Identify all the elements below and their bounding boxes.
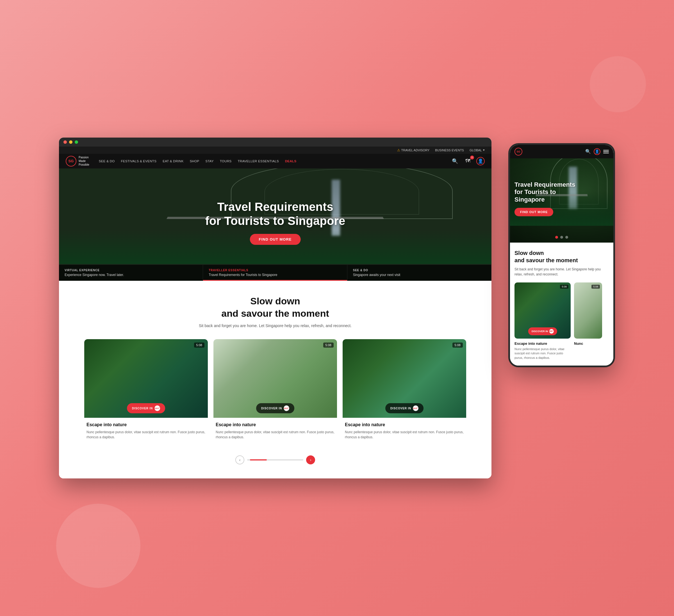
card-3-360-badge: 360° [413,405,419,411]
card-1-360-badge: 360° [154,405,160,411]
mobile-cards: 5:08 DISCOVER IN 360° Escape into nature… [515,282,609,360]
mobile-nav: SG 🔍 👤 [510,145,613,158]
mobile-section-subtitle: Sit back and forget you are home. Let Si… [515,267,609,277]
hero-tab-traveller[interactable]: TRAVELLER ESSENTIALS Travel Requirements… [203,265,347,281]
card-3-discover-button[interactable]: DISCOVER IN 360° [385,403,424,413]
card-2-desc: Nunc pellentesque purus dolor, vitae sus… [216,429,335,440]
logo-area[interactable]: SG PassionMadePossible [66,155,89,166]
pagination: ‹ › [66,453,485,467]
travel-advisory-link[interactable]: ⚠ TRAVEL ADVISORY [397,148,430,152]
mobile-card-1-timer: 5:08 [560,285,568,289]
section-subtitle: Sit back and forget you are home. Let Si… [66,324,485,328]
search-icon[interactable]: 🔍 [450,157,459,166]
browser-dot-maximize[interactable] [75,140,78,144]
section-title: Slow down and savour the moment [66,295,485,320]
mobile-menu-icon[interactable] [603,150,609,153]
hero-tab-virtual[interactable]: VIRTUAL EXPERIENCE Experience Singapore … [59,265,203,281]
hero-cta-button[interactable]: FIND OUT MORE [250,234,301,245]
hero-title: Travel Requirements for Tourists to Sing… [205,200,345,228]
nav-item-festivals[interactable]: FESTIVALS & EVENTS [118,154,159,168]
hero-tab-see-do-desc: Singapore awaits your next visit [353,273,485,277]
mobile-dot-1[interactable] [555,236,558,239]
pagination-track [247,459,303,461]
pagination-next-button[interactable]: › [306,456,315,464]
card-3-image: 5:08 DISCOVER IN 360° [343,339,466,418]
mobile-card-2-title: Nunc [574,341,602,346]
hero-tab-see-do[interactable]: SEE & DO Singapore awaits your next visi… [347,265,491,281]
nav-item-see-do[interactable]: SEE & DO [96,154,118,168]
mobile-section-title: Slow down and savour the moment [515,249,609,264]
business-events-link[interactable]: BUSINESS EVENTS [435,148,464,152]
mobile-card-1-image: 5:08 DISCOVER IN 360° [515,282,571,339]
mobile-dots [555,236,568,239]
mobile-card-1-discover-button[interactable]: DISCOVER IN 360° [528,327,557,335]
nav-item-deals[interactable]: DEALS [282,154,299,168]
cards-grid: 5:08 DISCOVER IN 360° Escape into nature… [66,339,485,444]
mobile-card-2[interactable]: 5:08 Nunc [574,282,602,360]
mobile-dot-3[interactable] [565,236,568,239]
mobile-hero-content: Travel Requirements for Tourists to Sing… [515,181,575,216]
card-2[interactable]: 5:08 DISCOVER IN 360° Escape into nature… [213,339,337,444]
user-icon-button[interactable]: 👤 [476,157,485,165]
card-2-info: Escape into nature Nunc pellentesque pur… [213,418,337,444]
mobile-hero-cta-button[interactable]: FIND OUT MORE [515,208,553,216]
mobile-search-icon[interactable]: 🔍 [585,149,591,154]
content-section: Slow down and savour the moment Sit back… [59,281,491,478]
warning-icon: ⚠ [397,148,400,152]
nav-item-eat-drink[interactable]: EAT & DRINK [160,154,186,168]
card-3[interactable]: 5:08 DISCOVER IN 360° Escape into nature… [343,339,466,444]
card-1-timer: 5:08 [194,343,205,348]
mobile-dot-2[interactable] [560,236,563,239]
hero-tab-virtual-desc: Experience Singapore now. Travel later. [65,273,197,277]
browser-dot-minimize[interactable] [69,140,73,144]
hero-tab-traveller-label: TRAVELLER ESSENTIALS [209,269,341,272]
mobile-card-1[interactable]: 5:08 DISCOVER IN 360° Escape into nature… [515,282,571,360]
nav-items: SEE & DO FESTIVALS & EVENTS EAT & DRINK … [96,154,450,168]
browser-chrome [59,138,491,146]
utility-bar: ⚠ TRAVEL ADVISORY BUSINESS EVENTS GLOBAL… [59,146,491,154]
mobile-card-1-title: Escape into nature [515,341,571,346]
map-icon-wrapper[interactable]: 🗺 0 [463,157,472,166]
nav-icons: 🔍 🗺 0 👤 [450,157,485,166]
desktop-browser: ⚠ TRAVEL ADVISORY BUSINESS EVENTS GLOBAL… [59,138,491,478]
card-2-discover-button[interactable]: DISCOVER IN 360° [256,403,294,413]
mobile-hero: Travel Requirements for Tourists to Sing… [510,158,613,243]
card-1-title: Escape into nature [87,422,206,427]
nav-item-stay[interactable]: STAY [203,154,217,168]
card-1[interactable]: 5:08 DISCOVER IN 360° Escape into nature… [84,339,208,444]
mobile-nav-icons: 🔍 👤 [585,148,609,155]
pagination-fill [250,459,267,461]
card-1-info: Escape into nature Nunc pellentesque pur… [84,418,208,444]
hero-content: Travel Requirements for Tourists to Sing… [205,200,345,245]
card-1-image: 5:08 DISCOVER IN 360° [84,339,208,418]
map-icon: 🗺 [465,158,470,164]
hero-tab-see-do-label: SEE & DO [353,269,485,272]
card-2-image: 5:08 DISCOVER IN 360° [213,339,337,418]
card-1-discover-button[interactable]: DISCOVER IN 360° [127,403,165,413]
browser-dot-close[interactable] [64,140,67,144]
global-link[interactable]: GLOBAL ▾ [469,148,485,152]
nav-item-traveller-essentials[interactable]: TRAVELLER ESSENTIALS [235,154,282,168]
nav-item-tours[interactable]: TOURS [217,154,234,168]
mobile-hero-title: Travel Requirements for Tourists to Sing… [515,181,575,203]
nav-item-shop[interactable]: SHOP [187,154,202,168]
logo-text: PassionMadePossible [79,155,89,166]
card-2-timer: 5:08 [323,343,334,348]
mobile-card-2-timer: 5:08 [591,285,600,289]
mobile-card-1-desc: Nunc pellentesque purus dolor, vitae sus… [515,347,571,360]
hero-tabs: VIRTUAL EXPERIENCE Experience Singapore … [59,265,491,281]
mobile-logo[interactable]: SG [515,148,522,155]
mobile-card-1-360-badge: 360° [549,329,554,334]
hero-tab-traveller-desc: Travel Requirements for Tourists to Sing… [209,273,341,277]
pagination-prev-button[interactable]: ‹ [235,456,244,464]
mobile-user-icon[interactable]: 👤 [594,148,600,155]
logo-circle: SG [66,156,76,166]
map-badge-count: 0 [470,155,474,159]
card-2-360-badge: 360° [284,405,289,411]
card-2-title: Escape into nature [216,422,335,427]
card-3-timer: 5:08 [452,343,463,348]
card-3-title: Escape into nature [345,422,464,427]
mobile-content: Slow down and savour the moment Sit back… [510,243,613,366]
hero-section: Travel Requirements for Tourists to Sing… [59,168,491,281]
hero-tab-virtual-label: VIRTUAL EXPERIENCE [65,269,197,272]
